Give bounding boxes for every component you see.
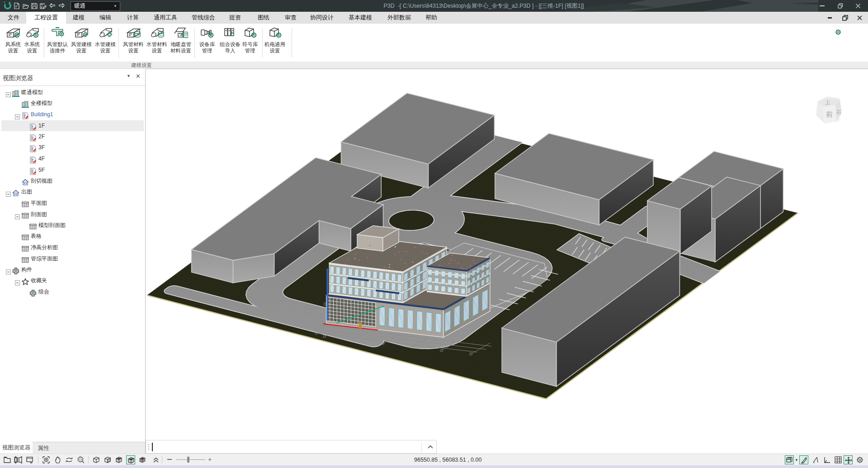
- svg-text:前: 前: [826, 110, 833, 118]
- svg-text:上: 上: [825, 99, 830, 106]
- svg-text:右: 右: [836, 109, 842, 115]
